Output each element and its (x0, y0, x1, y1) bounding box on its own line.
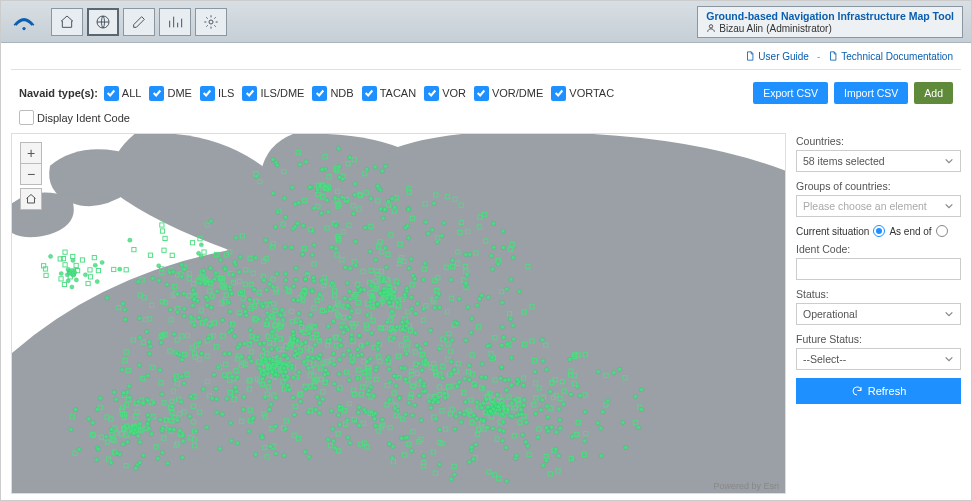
svg-point-961 (201, 269, 205, 273)
import-csv-button[interactable]: Import CSV (834, 82, 908, 104)
groups-label: Groups of countries: (796, 180, 961, 192)
svg-point-1219 (575, 384, 579, 388)
svg-point-732 (437, 305, 441, 309)
svg-point-567 (310, 253, 314, 257)
svg-point-1065 (121, 442, 125, 446)
svg-point-220 (303, 450, 307, 454)
svg-point-1216 (505, 342, 509, 346)
svg-point-1615 (383, 207, 387, 211)
svg-point-1633 (369, 196, 373, 200)
chk-ndb[interactable]: NDB (312, 86, 353, 101)
ident-input[interactable] (796, 258, 961, 280)
app-title: Ground-based Navigation Infrastructure M… (706, 10, 954, 22)
svg-point-1539 (93, 263, 97, 267)
tech-docs-link[interactable]: Technical Documentation (828, 51, 953, 62)
future-status-label: Future Status: (796, 333, 961, 345)
svg-point-618 (508, 317, 512, 321)
svg-point-1409 (549, 425, 553, 429)
svg-point-1555 (95, 280, 99, 284)
chk-ilsdme[interactable]: ILS/DME (242, 86, 304, 101)
svg-point-1337 (410, 449, 414, 453)
svg-point-570 (326, 210, 330, 214)
document-icon (828, 51, 838, 61)
chk-vor[interactable]: VOR (424, 86, 466, 101)
svg-point-1319 (599, 426, 603, 430)
nav-map[interactable] (87, 8, 119, 36)
svg-point-1162 (141, 453, 145, 457)
svg-point-451 (422, 384, 426, 388)
svg-point-219 (127, 384, 131, 388)
map-container[interactable]: + − Powered by Esri (11, 133, 786, 494)
svg-point-1146 (165, 461, 169, 465)
radio-current[interactable] (873, 225, 885, 237)
svg-point-1273 (624, 445, 628, 449)
svg-point-1516 (488, 409, 492, 413)
svg-point-1255 (524, 420, 528, 424)
svg-point-777 (433, 306, 437, 310)
svg-point-871 (375, 302, 379, 306)
chk-tacan[interactable]: TACAN (362, 86, 416, 101)
svg-point-1289 (514, 454, 518, 458)
svg-point-1088 (138, 440, 142, 444)
svg-point-637 (299, 319, 303, 323)
svg-point-1470 (501, 420, 505, 424)
svg-point-1387 (521, 433, 525, 437)
svg-point-1076 (178, 429, 182, 433)
svg-point-861 (261, 304, 265, 308)
svg-point-748 (328, 305, 332, 309)
chk-vortac[interactable]: VORTAC (551, 86, 614, 101)
chk-display-ident[interactable]: Display Ident Code (19, 110, 130, 125)
zoom-in-button[interactable]: + (20, 142, 42, 164)
svg-point-193 (346, 435, 350, 439)
svg-point-156 (222, 352, 226, 356)
svg-point-1500 (558, 418, 562, 422)
svg-point-658 (490, 267, 494, 271)
svg-point-1529 (48, 254, 52, 258)
svg-point-470 (292, 413, 296, 417)
svg-point-1268 (467, 460, 471, 464)
map-home-button[interactable] (20, 188, 42, 210)
status-select[interactable]: Operational (796, 303, 961, 325)
countries-select[interactable]: 58 items selected (796, 150, 961, 172)
svg-point-1413 (578, 394, 582, 398)
svg-point-1620 (298, 162, 302, 166)
radio-asof[interactable] (936, 225, 948, 237)
future-status-select[interactable]: --Select-- (796, 348, 961, 370)
svg-point-118 (282, 453, 286, 457)
nav-home[interactable] (51, 8, 83, 36)
svg-point-182 (235, 441, 239, 445)
user-guide-link[interactable]: User Guide (745, 51, 809, 62)
svg-point-664 (392, 336, 396, 340)
refresh-button[interactable]: Refresh (796, 378, 961, 404)
svg-point-1163 (115, 451, 119, 455)
svg-point-1627 (308, 185, 312, 189)
svg-point-1226 (387, 367, 391, 371)
nav-settings[interactable] (195, 8, 227, 36)
svg-point-358 (159, 340, 163, 344)
svg-point-1304 (596, 370, 600, 374)
svg-point-1448 (475, 417, 479, 421)
svg-point-745 (362, 288, 366, 292)
svg-point-668 (363, 226, 367, 230)
filter-sidebar: Countries: 58 items selected Groups of c… (796, 133, 961, 494)
svg-point-1187 (369, 385, 373, 389)
svg-point-79 (332, 362, 336, 366)
svg-point-852 (517, 290, 521, 294)
chk-vordme[interactable]: VOR/DME (474, 86, 543, 101)
export-csv-button[interactable]: Export CSV (753, 82, 828, 104)
svg-point-1342 (458, 411, 462, 415)
nav-edit[interactable] (123, 8, 155, 36)
svg-point-619 (449, 278, 453, 282)
chk-dme[interactable]: DME (149, 86, 191, 101)
chk-ils[interactable]: ILS (200, 86, 235, 101)
svg-point-995 (192, 323, 196, 327)
svg-point-1313 (357, 424, 361, 428)
add-button[interactable]: Add (914, 82, 953, 104)
chk-all[interactable]: ALL (104, 86, 142, 101)
zoom-out-button[interactable]: − (20, 163, 42, 185)
groups-select[interactable]: Please choose an element (796, 195, 961, 217)
svg-point-783 (405, 224, 409, 228)
svg-point-560 (423, 261, 427, 265)
svg-point-154 (215, 289, 219, 293)
nav-stats[interactable] (159, 8, 191, 36)
